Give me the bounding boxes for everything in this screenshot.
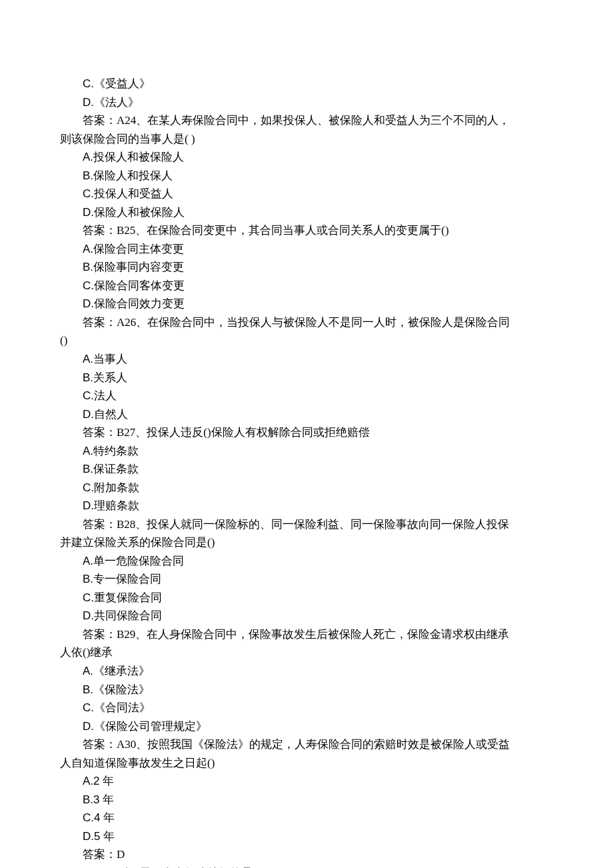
text-line: D.保险人和被保险人	[60, 203, 553, 222]
option-text: 投保人和被保险人	[93, 151, 184, 163]
option-text: 特约条款	[93, 445, 139, 457]
text-line: 人自知道保险事故发生之日起()	[60, 754, 553, 773]
text-line: C.附加条款	[60, 479, 553, 497]
text-line: D.《保险公司管理规定》	[60, 717, 553, 736]
option-text: 《保险公司管理规定》	[94, 720, 207, 733]
option-text: 共同保险合同	[94, 609, 162, 622]
text-line: 答案：A24、在某人寿保险合同中，如果投保人、被保险人和受益人为三个不同的人，	[60, 111, 553, 130]
option-text: 《继承法》	[93, 665, 150, 677]
text-line: 答案：B25、在保险合同变更中，其合同当事人或合同关系人的变更属于()	[60, 221, 553, 240]
text-line: C.投保人和受益人	[60, 185, 553, 203]
text-line: A.当事人	[60, 350, 553, 369]
text-line: 则该保险合同的当事人是( )	[60, 130, 553, 149]
option-text: 理赔条款	[94, 499, 139, 512]
option-text: 投保人和受益人	[94, 187, 173, 200]
option-prefix: A.	[83, 243, 93, 255]
text-line: A.单一危险保险合同	[60, 552, 553, 571]
text-line: A.保险合同主体变更	[60, 240, 553, 259]
text-line: B.保险人和投保人	[60, 167, 553, 185]
option-text: 《法人》	[94, 96, 139, 109]
text-line: 答案：A30、按照我国《保险法》的规定，人寿保险合同的索赔时效是被保险人或受益	[60, 735, 553, 754]
option-text: 当事人	[93, 353, 127, 365]
text-line: C.《合同法》	[60, 699, 553, 717]
option-text: 保险人和投保人	[93, 169, 173, 182]
option-prefix: A.	[83, 445, 93, 457]
option-prefix: A.	[83, 555, 93, 567]
option-text: 法人	[94, 389, 117, 402]
option-text: 《受益人》	[94, 77, 151, 90]
option-prefix: D.	[83, 96, 94, 109]
text-line: 答案：B28、投保人就同一保险标的、同一保险利益、同一保险事故向同一保险人投保	[60, 515, 553, 534]
text-line: 答案：D	[60, 845, 553, 864]
text-line: A.投保人和被保险人	[60, 148, 553, 167]
option-prefix: D.	[83, 499, 94, 512]
option-prefix: A.	[83, 151, 93, 163]
text-line: D.保险合同效力变更	[60, 295, 553, 313]
text-line: B.《保险法》	[60, 681, 553, 699]
text-line: 答案：B27、投保人违反()保险人有权解除合同或拒绝赔偿	[60, 423, 553, 442]
option-text: 保险人和被保险人	[94, 206, 185, 219]
text-line: C.重复保险合同	[60, 589, 553, 607]
option-text: 保险事同内容变更	[93, 261, 184, 273]
text-line: 答案：A26、在保险合同中，当投保人与被保险人不是同一人时，被保险人是保险合同	[60, 313, 553, 332]
text-line: B.专一保险合同	[60, 570, 553, 589]
option-text: 保险合同客体变更	[94, 279, 185, 292]
option-text: 重复保险合同	[94, 591, 162, 604]
text-line: A.特约条款	[60, 442, 553, 461]
option-text: 年	[103, 811, 115, 824]
option-prefix: B.	[83, 573, 93, 585]
option-prefix: D.	[83, 206, 94, 219]
option-text: 《合同法》	[94, 701, 151, 714]
option-text: 保险合同效力变更	[94, 297, 185, 310]
text-line: C.法人	[60, 387, 553, 405]
option-prefix: C.	[83, 279, 94, 292]
option-prefix: B.	[83, 463, 93, 475]
option-prefix: D.5	[83, 830, 103, 843]
text-line: C.保险合同客体变更	[60, 277, 553, 295]
option-prefix: B.	[83, 371, 93, 384]
option-prefix: C.	[83, 389, 94, 402]
option-prefix: D.	[83, 408, 94, 421]
option-prefix: D.	[83, 609, 94, 622]
document-page: C.《受益人》D.《法人》答案：A24、在某人寿保险合同中，如果投保人、被保险人…	[0, 0, 613, 868]
option-text: 自然人	[94, 408, 128, 421]
option-text: 年	[103, 793, 114, 806]
option-prefix: B.	[83, 261, 93, 273]
text-line: C.《受益人》	[60, 75, 553, 93]
text-line: B.保险事同内容变更	[60, 258, 553, 277]
text-line: 并建立保险关系的保险合同是()	[60, 533, 553, 552]
option-text: 《保险法》	[93, 683, 150, 696]
text-line: B.保证条款	[60, 460, 553, 479]
text-line: 答案：B29、在人身保险合同中，保险事故发生后被保险人死亡，保险金请求权由继承	[60, 625, 553, 644]
text-line: D.理赔条款	[60, 497, 553, 515]
option-text: 附加条款	[94, 481, 139, 494]
option-text: 关系人	[93, 371, 127, 384]
option-prefix: C.4	[83, 811, 103, 824]
text-line: D.5 年	[60, 827, 553, 846]
option-prefix: C.	[83, 591, 94, 604]
option-text: 专一保险合同	[93, 573, 161, 585]
option-prefix: C.	[83, 77, 94, 90]
text-line: C.4 年	[60, 809, 553, 827]
text-line: D.共同保险合同	[60, 607, 553, 625]
option-text: 单一危险保险合同	[93, 555, 184, 567]
option-prefix: A.	[83, 665, 93, 677]
text-line: D.《法人》	[60, 93, 553, 112]
option-prefix: C.	[83, 481, 94, 494]
option-prefix: A.	[83, 353, 93, 365]
text-line: A.2 年	[60, 772, 553, 791]
option-prefix: D.	[83, 720, 94, 733]
option-text: 保证条款	[93, 463, 139, 475]
text-line: D.自然人	[60, 405, 553, 424]
option-prefix: B.	[83, 169, 93, 182]
option-text: 保险合同主体变更	[93, 243, 184, 255]
option-prefix: B.3	[83, 793, 103, 806]
option-text: 年	[103, 775, 114, 787]
option-prefix: A.2	[83, 775, 103, 787]
option-prefix: B.	[83, 683, 93, 696]
text-line: B.关系人	[60, 369, 553, 387]
text-line: 人依()继承	[60, 643, 553, 662]
text-line: ()	[60, 331, 553, 350]
option-prefix: C.	[83, 187, 94, 200]
text-line: A.《继承法》	[60, 662, 553, 681]
